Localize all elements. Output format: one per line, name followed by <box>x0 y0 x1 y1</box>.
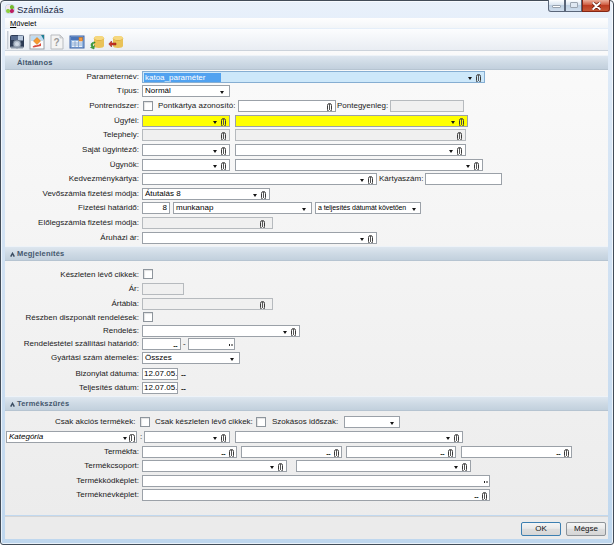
svg-text:?: ? <box>53 37 59 48</box>
